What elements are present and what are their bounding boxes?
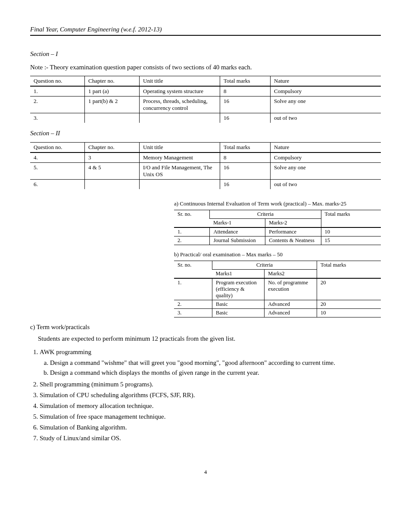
t3-r2c2: Journal Submission	[210, 236, 265, 245]
t3-sub2: Marks-2	[265, 219, 321, 228]
t1-r3c1: 3.	[30, 113, 85, 123]
t2-r3c5: out of two	[271, 180, 381, 190]
list-item: Study of Linux/and similar OS.	[40, 434, 381, 443]
termwork-intro: Students are expected to perform minimum…	[38, 334, 381, 343]
t3-r2c3: Contents & Neatness	[265, 236, 321, 245]
t4-r1c1: 1.	[174, 278, 212, 300]
list-item: Shell programming (minimum 5 programs).	[40, 380, 381, 389]
list-subitem: Design a command which displays the mont…	[50, 368, 381, 377]
t1-h2: Chapter no.	[85, 76, 140, 87]
list-item: Simulation of CPU scheduling algorithms …	[40, 391, 381, 400]
t1-r2c1: 2.	[30, 96, 85, 113]
list-subitem: Design a command "wishme" that will gree…	[50, 358, 381, 367]
t2-r2c2: 4 & 5	[85, 163, 140, 180]
list-item: Simulation of memory allocation techniqu…	[40, 401, 381, 411]
t3-r1c3: Performance	[265, 227, 321, 236]
header-rule	[30, 35, 381, 36]
t4-r2c2: Basic	[212, 300, 265, 309]
list-item-label: AWK programming	[40, 348, 91, 355]
t4-r2c1: 2.	[174, 300, 212, 309]
t4-r1c2: Program execution (efficiency & quality)	[212, 278, 265, 300]
practicals-list: AWK programming Design a command "wishme…	[40, 348, 381, 443]
section-1-note: Note :- Theory examination question pape…	[30, 63, 381, 72]
t3-r2c1: 2.	[174, 236, 210, 245]
t2-h1: Question no.	[30, 143, 85, 153]
termwork-heading: c) Term work/practicals	[30, 324, 381, 331]
t2-r3c3	[140, 180, 220, 190]
t3-r2c4: 15	[321, 236, 381, 245]
t4-r3c1: 3.	[174, 309, 212, 317]
term-work-table: Sr. no. Criteria Total marks Marks-1 Mar…	[174, 210, 381, 245]
t4-sub2: Marks2	[265, 270, 317, 279]
t1-h4: Total marks	[220, 76, 271, 87]
t3-r1c2: Attendance	[210, 227, 265, 236]
t2-r1c1: 4.	[30, 152, 85, 163]
t4-r3c3: Advanced	[265, 309, 317, 317]
t3-h4: Total marks	[321, 210, 381, 228]
t2-h4: Total marks	[220, 143, 271, 153]
t2-r3c4: 16	[220, 180, 271, 190]
t2-h5: Nature	[271, 143, 381, 153]
t2-r2c5: Solve any one	[271, 163, 381, 180]
t4-r3c2: Basic	[212, 309, 265, 317]
t1-h3: Unit title	[140, 76, 220, 87]
t1-r3c3	[140, 113, 220, 123]
t2-r1c5: Compulsory	[271, 152, 381, 163]
section-2-table: Question no. Chapter no. Unit title Tota…	[30, 142, 381, 189]
page-number: 4	[30, 469, 381, 476]
table3-caption: a) Continuous Internal Evaluation of Ter…	[174, 200, 381, 207]
t1-h5: Nature	[271, 76, 381, 87]
practical-oral-table: Sr. no. Criteria Total marks Marks1 Mark…	[174, 261, 381, 317]
t1-r1c2: 1 part (a)	[85, 86, 140, 96]
t4-r1c3: No. of programme execution	[265, 278, 317, 300]
t1-r2c2: 1 part(b) & 2	[85, 96, 140, 113]
table4-caption: b) Practical/ oral examination – Max mar…	[174, 251, 381, 258]
t3-sub1: Marks-1	[210, 219, 265, 228]
t4-r2c3: Advanced	[265, 300, 317, 309]
t2-h2: Chapter no.	[85, 143, 140, 153]
t4-r2c4: 20	[317, 300, 381, 309]
t1-r1c4: 8	[220, 86, 271, 96]
t2-r2c1: 5.	[30, 163, 85, 180]
t2-r2c4: 16	[220, 163, 271, 180]
t2-r3c2	[85, 180, 140, 190]
t4-h1: Sr. no.	[174, 261, 212, 279]
list-item: Simulation of Banking algorithm.	[40, 423, 381, 432]
section-1-heading: Section – I	[30, 50, 381, 58]
t2-r1c2: 3	[85, 152, 140, 163]
t1-r3c4: 16	[220, 113, 271, 123]
t4-h4: Total marks	[317, 261, 381, 279]
t1-r1c3: Operating system structure	[140, 86, 220, 96]
running-head: Final Year, Computer Engineering (w.e.f.…	[30, 26, 381, 33]
t3-span: Criteria	[210, 210, 321, 219]
t1-r3c2	[85, 113, 140, 123]
t3-r1c1: 1.	[174, 227, 210, 236]
t2-h3: Unit title	[140, 143, 220, 153]
t1-r1c1: 1.	[30, 86, 85, 96]
list-item: AWK programming Design a command "wishme…	[40, 348, 381, 377]
t3-h1: Sr. no.	[174, 210, 210, 228]
t1-r2c3: Process, threads, scheduling, concurrenc…	[140, 96, 220, 113]
t2-r2c3: I/O and File Management, The Unix OS	[140, 163, 220, 180]
t4-r3c4: 10	[317, 309, 381, 317]
t1-r1c5: Compulsory	[271, 86, 381, 96]
t2-r3c1: 6.	[30, 180, 85, 190]
t4-span: Criteria	[212, 261, 317, 270]
section-1-table: Question no. Chapter no. Unit title Tota…	[30, 76, 381, 123]
t1-r3c5: out of two	[271, 113, 381, 123]
t1-r2c5: Solve any one	[271, 96, 381, 113]
list-item: Simulation of free space management tech…	[40, 412, 381, 421]
t2-r1c3: Memory Management	[140, 152, 220, 163]
t4-r1c4: 20	[317, 278, 381, 300]
t1-h1: Question no.	[30, 76, 85, 87]
t4-sub1: Marks1	[212, 270, 265, 279]
t1-r2c4: 16	[220, 96, 271, 113]
section-2-heading: Section – II	[30, 130, 381, 137]
t3-r1c4: 10	[321, 227, 381, 236]
t2-r1c4: 8	[220, 152, 271, 163]
